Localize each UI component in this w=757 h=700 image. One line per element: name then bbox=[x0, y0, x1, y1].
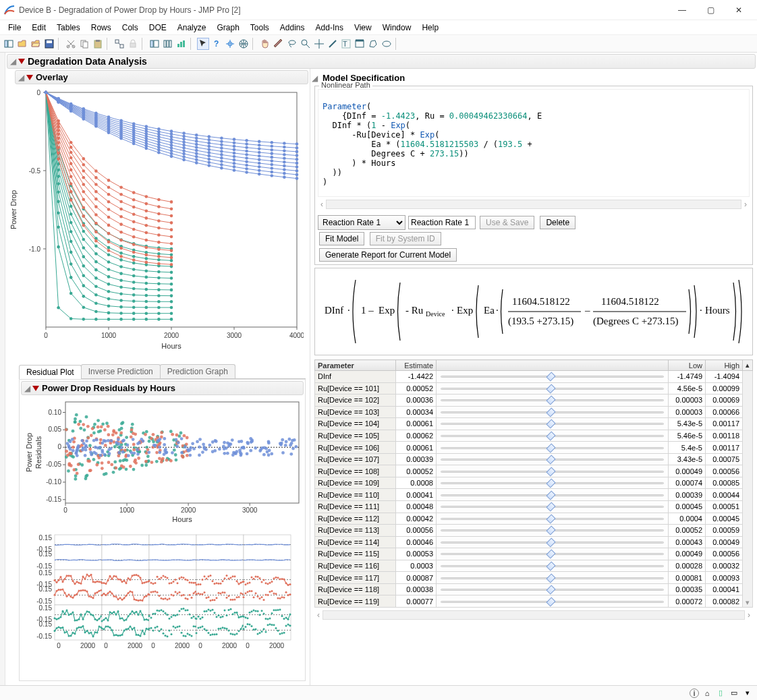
polygon-tool-icon[interactable] bbox=[367, 38, 379, 50]
menu-tables[interactable]: Tables bbox=[51, 22, 86, 34]
paste-icon[interactable] bbox=[92, 38, 104, 50]
minimize-button[interactable]: — bbox=[668, 1, 696, 20]
menu-view[interactable]: View bbox=[349, 22, 377, 34]
slider[interactable] bbox=[439, 455, 665, 463]
menu-rows[interactable]: Rows bbox=[86, 22, 117, 34]
home-status-icon[interactable]: ⌂ bbox=[702, 688, 712, 699]
crosshair-plus-icon[interactable] bbox=[224, 38, 236, 50]
home-icon[interactable] bbox=[3, 38, 15, 50]
dropdown-status-icon[interactable]: ▾ bbox=[742, 688, 753, 699]
table-row[interactable]: Ru[Device == 114]0.000460.000430.00049 bbox=[315, 536, 753, 548]
scroll-right-icon[interactable]: › bbox=[745, 610, 753, 620]
disclose-icon[interactable]: ◢ bbox=[312, 74, 318, 83]
disclose-icon[interactable]: ◢ bbox=[18, 73, 24, 82]
red-triangle-icon[interactable] bbox=[26, 75, 33, 80]
menu-analyze[interactable]: Analyze bbox=[172, 22, 212, 34]
book-status-icon[interactable]: ▯ bbox=[715, 688, 726, 699]
col-high[interactable]: High bbox=[706, 360, 743, 371]
vscroll[interactable]: ▾ bbox=[743, 371, 753, 608]
formula-code-editor[interactable]: Parameter( {DInf = -1.4423, Ru = 0.00049… bbox=[318, 89, 750, 197]
menu-graph[interactable]: Graph bbox=[211, 22, 244, 34]
analysis-header[interactable]: ◢ Degradation Data Analysis bbox=[7, 54, 756, 69]
table-row[interactable]: Ru[Device == 107]0.000393.43e-50.00075 bbox=[315, 453, 753, 465]
lock-icon[interactable] bbox=[127, 38, 139, 50]
residuals-header[interactable]: ◢ Power Drop Residuals by Hours bbox=[21, 381, 304, 395]
graph-builder-icon[interactable] bbox=[175, 38, 188, 50]
use-save-button[interactable]: Use & Save bbox=[480, 216, 534, 229]
slider[interactable] bbox=[439, 432, 665, 440]
col-slider[interactable] bbox=[437, 360, 669, 371]
fit-model-button[interactable]: Fit Model bbox=[319, 232, 364, 245]
copy-icon[interactable] bbox=[78, 38, 90, 50]
table-row[interactable]: DInf-1.4422-1.4749-1.4094▾ bbox=[315, 371, 753, 383]
lasso-tool-icon[interactable] bbox=[286, 38, 298, 50]
crosshair-tool-icon[interactable] bbox=[313, 38, 325, 50]
table-row[interactable]: Ru[Device == 109]0.00080.000740.00085 bbox=[315, 477, 753, 489]
slider[interactable] bbox=[439, 479, 665, 487]
menu-tools[interactable]: Tools bbox=[245, 22, 275, 34]
menu-file[interactable]: File bbox=[3, 22, 26, 34]
close-button[interactable]: ✕ bbox=[725, 1, 753, 20]
table-hscroll[interactable] bbox=[323, 610, 745, 620]
help-tool-icon[interactable]: ? bbox=[211, 38, 223, 50]
slider[interactable] bbox=[439, 419, 665, 428]
globe-icon[interactable] bbox=[237, 38, 250, 50]
table-row[interactable]: Ru[Device == 111]0.000480.000450.00051 bbox=[315, 501, 753, 513]
residual-small-multiples[interactable]: 0.15-0.150.15-0.150.15-0.150.15-0.150.15… bbox=[20, 531, 305, 663]
tab-inverse-prediction[interactable]: Inverse Prediction bbox=[81, 364, 161, 378]
brush-tool-icon[interactable] bbox=[273, 38, 285, 50]
table-row[interactable]: Ru[Device == 110]0.000410.000390.00044 bbox=[315, 489, 753, 501]
col-low[interactable]: Low bbox=[669, 360, 706, 371]
red-triangle-icon[interactable] bbox=[18, 59, 25, 64]
slider[interactable] bbox=[439, 467, 665, 475]
table-row[interactable]: Ru[Device == 116]0.00030.000280.00032 bbox=[315, 560, 753, 572]
disclose-icon[interactable]: ◢ bbox=[10, 57, 16, 66]
code-hscroll[interactable] bbox=[326, 200, 741, 209]
datatable-icon[interactable] bbox=[148, 38, 161, 50]
cut-icon[interactable] bbox=[65, 38, 77, 50]
save-icon[interactable] bbox=[43, 38, 55, 50]
table-row[interactable]: Ru[Device == 117]0.000870.000810.00093 bbox=[315, 572, 753, 584]
slider[interactable] bbox=[439, 396, 665, 404]
arrow-tool-icon[interactable] bbox=[197, 38, 209, 50]
model-name-input[interactable] bbox=[408, 216, 476, 229]
slider[interactable] bbox=[439, 502, 665, 511]
scroll-left-icon[interactable]: ‹ bbox=[314, 610, 323, 620]
delete-button[interactable]: Delete bbox=[540, 216, 576, 229]
table-row[interactable]: Ru[Device == 113]0.000560.000520.00059 bbox=[315, 525, 753, 537]
tab-residual-plot[interactable]: Residual Plot bbox=[19, 365, 82, 379]
table-row[interactable]: Ru[Device == 102]0.000360.000030.00069 bbox=[315, 395, 753, 407]
menu-window[interactable]: Window bbox=[377, 22, 417, 34]
scroll-left-icon[interactable]: ‹ bbox=[318, 200, 326, 209]
menu-doe[interactable]: DOE bbox=[144, 22, 172, 34]
slider[interactable] bbox=[439, 372, 665, 380]
slider[interactable] bbox=[439, 574, 665, 582]
overlay-header[interactable]: ◢ Overlay bbox=[15, 70, 308, 84]
menu-addins[interactable]: Addins bbox=[275, 22, 310, 34]
columns-icon[interactable] bbox=[162, 38, 174, 50]
slider[interactable] bbox=[439, 408, 665, 416]
open2-icon[interactable] bbox=[30, 38, 42, 50]
maximize-button[interactable]: ▢ bbox=[696, 1, 725, 20]
open-icon[interactable] bbox=[16, 38, 28, 50]
overlay-plot[interactable]: 0-0.5-1.001000200030004000HoursPower Dro… bbox=[5, 84, 310, 361]
table-row[interactable]: Ru[Device == 104]0.000615.43e-50.00117 bbox=[315, 418, 753, 430]
slider[interactable] bbox=[439, 444, 665, 452]
table-row[interactable]: Ru[Device == 112]0.000420.00040.00045 bbox=[315, 513, 753, 525]
fit-system-id-button[interactable]: Fit by System ID bbox=[370, 232, 441, 245]
line-tool-icon[interactable] bbox=[327, 38, 339, 50]
menu-help[interactable]: Help bbox=[416, 22, 444, 34]
text-tool-icon[interactable]: T bbox=[340, 38, 352, 50]
generate-report-button[interactable]: Generate Report for Current Model bbox=[319, 248, 457, 262]
menu-addins[interactable]: Add-Ins bbox=[310, 22, 349, 34]
residuals-plot[interactable]: 0.100.050-0.05-0.10-0.150100020003000Hou… bbox=[20, 395, 305, 531]
link-icon[interactable] bbox=[113, 38, 125, 50]
vscroll-up[interactable]: ▴ bbox=[743, 360, 753, 371]
disclose-icon[interactable]: ◢ bbox=[24, 384, 30, 393]
col-estimate[interactable]: Estimate bbox=[396, 360, 437, 371]
window-status-icon[interactable]: ▭ bbox=[729, 688, 739, 699]
table-row[interactable]: Ru[Device == 103]0.000340.000030.00066 bbox=[315, 406, 753, 418]
tab-prediction-graph[interactable]: Prediction Graph bbox=[160, 364, 235, 378]
scroll-right-icon[interactable]: › bbox=[741, 200, 750, 209]
select-rect-icon[interactable] bbox=[354, 38, 366, 50]
